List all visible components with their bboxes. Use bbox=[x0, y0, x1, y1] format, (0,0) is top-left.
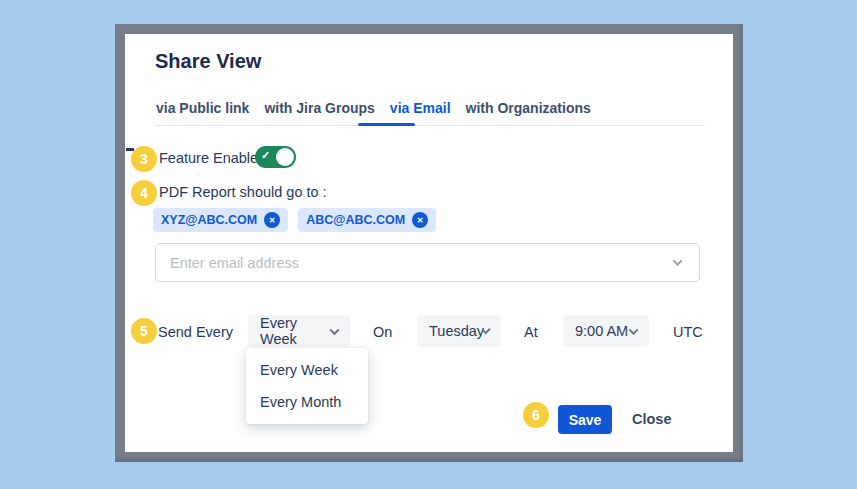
remove-email-icon[interactable]: ✕ bbox=[264, 212, 280, 228]
timezone-label: UTC bbox=[673, 324, 703, 340]
day-select[interactable]: Tuesday bbox=[417, 315, 501, 347]
time-value: 9:00 AM bbox=[575, 323, 628, 339]
email-address-field[interactable] bbox=[155, 243, 700, 282]
remove-email-icon[interactable]: ✕ bbox=[412, 212, 428, 228]
on-label: On bbox=[373, 324, 392, 340]
save-button[interactable]: Save bbox=[558, 405, 612, 434]
screenshot-background: Share View via Public link with Jira Gro… bbox=[0, 0, 857, 489]
email-chip-text: ABC@ABC.COM bbox=[306, 213, 405, 227]
tab-divider bbox=[155, 125, 705, 126]
frequency-select[interactable]: Every Week bbox=[248, 315, 350, 347]
feature-enable-label: Feature Enable bbox=[159, 150, 258, 166]
annotation-badge-5: 5 bbox=[131, 318, 157, 344]
send-every-label: Send Every bbox=[158, 324, 233, 340]
chevron-down-icon[interactable] bbox=[673, 256, 683, 266]
tab-via-email[interactable]: via Email bbox=[390, 100, 451, 124]
tab-with-jira-groups[interactable]: with Jira Groups bbox=[264, 100, 374, 124]
feature-enable-toggle[interactable]: ✓ bbox=[255, 146, 296, 168]
close-button[interactable]: Close bbox=[632, 411, 672, 427]
at-label: At bbox=[524, 324, 538, 340]
email-chip: XYZ@ABC.COM ✕ bbox=[153, 208, 288, 232]
email-address-input[interactable] bbox=[170, 255, 674, 271]
window-frame: Share View via Public link with Jira Gro… bbox=[115, 24, 743, 462]
chevron-down-icon bbox=[629, 325, 639, 335]
tab-with-organizations[interactable]: with Organizations bbox=[466, 100, 591, 124]
annotation-badge-6: 6 bbox=[523, 402, 549, 428]
email-chip-text: XYZ@ABC.COM bbox=[161, 213, 257, 227]
annotation-badge-3: 3 bbox=[131, 146, 157, 172]
day-value: Tuesday bbox=[429, 323, 484, 339]
pdf-report-label: PDF Report should go to : bbox=[159, 184, 327, 200]
frequency-value: Every Week bbox=[260, 315, 331, 347]
active-tab-underline bbox=[358, 123, 415, 126]
annotation-badge-4: 4 bbox=[131, 180, 157, 206]
dialog-title: Share View bbox=[155, 50, 261, 73]
email-chip: ABC@ABC.COM ✕ bbox=[298, 208, 436, 232]
tab-via-public-link[interactable]: via Public link bbox=[156, 100, 249, 124]
menu-item-every-month[interactable]: Every Month bbox=[246, 386, 368, 418]
frequency-dropdown-menu: Every Week Every Month bbox=[246, 348, 368, 424]
menu-item-every-week[interactable]: Every Week bbox=[246, 354, 368, 386]
check-icon: ✓ bbox=[261, 149, 270, 162]
toggle-knob bbox=[276, 148, 294, 166]
share-view-dialog: Share View via Public link with Jira Gro… bbox=[125, 34, 733, 452]
recipient-chips: XYZ@ABC.COM ✕ ABC@ABC.COM ✕ bbox=[153, 208, 436, 232]
tab-bar: via Public link with Jira Groups via Ema… bbox=[156, 100, 591, 124]
time-select[interactable]: 9:00 AM bbox=[563, 315, 649, 347]
